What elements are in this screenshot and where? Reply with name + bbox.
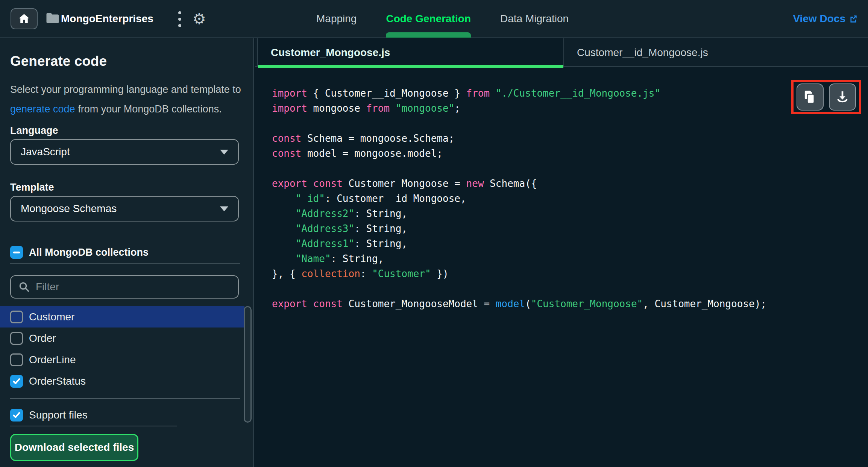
- code-line: const model = mongoose.model;: [272, 146, 766, 161]
- code-line: import { Customer__id_Mongoose } from ".…: [272, 86, 766, 101]
- code-line: import mongoose from "mongoose";: [272, 101, 766, 116]
- code-line: const Schema = mongoose.Schema;: [272, 131, 766, 146]
- generate-code-link[interactable]: generate code: [10, 103, 75, 115]
- code-line: export const Customer_MongooseModel = mo…: [272, 296, 766, 311]
- code-line: "_id": Customer__id_Mongoose,: [272, 191, 766, 206]
- copy-icon: [803, 89, 818, 105]
- divider: [10, 263, 240, 264]
- sidebar-scrollbar-thumb[interactable]: [244, 306, 252, 423]
- all-collections-label: All MongoDB collections: [29, 247, 149, 258]
- filter-box: [10, 275, 239, 299]
- language-select[interactable]: JavaScript: [10, 139, 239, 165]
- checkbox-unchecked-icon[interactable]: [10, 311, 23, 323]
- chevron-down-icon: [220, 150, 228, 155]
- external-link-icon: [848, 14, 858, 24]
- tab-data-migration[interactable]: Data Migration: [498, 0, 571, 38]
- active-file-tab-underline: [258, 65, 563, 68]
- download-icon: [835, 89, 850, 105]
- checkbox-indeterminate-icon[interactable]: [10, 246, 23, 259]
- description-text: Select your programming language and tem…: [10, 80, 242, 119]
- page-title: Generate code: [10, 53, 107, 69]
- support-files-label: Support files: [29, 409, 88, 421]
- copy-code-button[interactable]: [797, 83, 824, 111]
- project-name: MongoEnterprises: [61, 13, 153, 25]
- collections-list: CustomerOrderOrderLineOrderStatus: [0, 306, 244, 392]
- home-icon: [18, 12, 30, 25]
- download-code-button[interactable]: [829, 83, 856, 111]
- support-files-toggle[interactable]: Support files: [10, 404, 88, 426]
- collection-name: Order: [29, 332, 56, 344]
- active-tab-indicator: [386, 32, 471, 38]
- checkbox-checked-icon[interactable]: [10, 375, 23, 388]
- collection-row[interactable]: OrderStatus: [0, 370, 244, 392]
- checkbox-unchecked-icon[interactable]: [10, 332, 23, 345]
- filter-input[interactable]: [36, 281, 216, 293]
- chevron-down-icon: [220, 206, 228, 211]
- all-collections-toggle[interactable]: All MongoDB collections: [10, 246, 149, 259]
- code-content: import { Customer__id_Mongoose } from ".…: [272, 86, 766, 311]
- gear-icon[interactable]: ⚙: [193, 8, 206, 29]
- collection-name: OrderLine: [29, 354, 76, 366]
- code-line: [272, 116, 766, 131]
- code-line: }, { collection: "Customer" }): [272, 266, 766, 281]
- tab-code-generation[interactable]: Code Generation: [384, 0, 473, 38]
- code-line: [272, 281, 766, 296]
- language-label: Language: [10, 125, 58, 136]
- code-line: export const Customer_Mongoose = new Sch…: [272, 176, 766, 191]
- search-icon: [18, 281, 30, 293]
- file-tab-customer-id-mongoose[interactable]: Customer__id_Mongoose.js: [564, 38, 868, 67]
- code-line: "Address2": String,: [272, 206, 766, 221]
- checkbox-unchecked-icon[interactable]: [10, 353, 23, 366]
- collection-name: Customer: [29, 311, 74, 323]
- divider: [10, 426, 177, 426]
- code-editor-panel: Customer_Mongoose.js Customer__id_Mongoo…: [255, 38, 868, 467]
- collection-row[interactable]: OrderLine: [0, 349, 244, 370]
- checkbox-checked-icon[interactable]: [10, 409, 23, 422]
- folder-icon: [46, 12, 59, 24]
- code-line: "Address3": String,: [272, 221, 766, 236]
- collection-row[interactable]: Order: [0, 328, 244, 349]
- collection-name: OrderStatus: [29, 375, 86, 387]
- home-button[interactable]: [11, 8, 38, 29]
- divider: [10, 398, 240, 399]
- kebab-menu-icon[interactable]: [175, 11, 184, 27]
- template-select[interactable]: Mongoose Schemas: [10, 196, 239, 221]
- highlighted-action-box: [791, 80, 861, 114]
- code-line: [272, 161, 766, 176]
- code-line: "Name": String,: [272, 251, 766, 266]
- sidebar: Generate code Select your programming la…: [0, 38, 254, 467]
- collection-row[interactable]: Customer: [0, 306, 244, 328]
- main-nav: Mapping Code Generation Data Migration: [314, 0, 571, 38]
- download-selected-files-button[interactable]: Download selected files: [10, 434, 138, 461]
- file-tab-customer-mongoose[interactable]: Customer_Mongoose.js: [257, 38, 564, 67]
- view-docs-link[interactable]: View Docs: [793, 0, 858, 38]
- file-tabbar: Customer_Mongoose.js Customer__id_Mongoo…: [255, 38, 868, 67]
- topbar: MongoEnterprises ⚙ Mapping Code Generati…: [0, 0, 868, 38]
- code-line: "Address1": String,: [272, 236, 766, 251]
- template-label: Template: [10, 182, 54, 193]
- tab-mapping[interactable]: Mapping: [314, 0, 359, 38]
- code-area: import { Customer__id_Mongoose } from ".…: [255, 68, 868, 467]
